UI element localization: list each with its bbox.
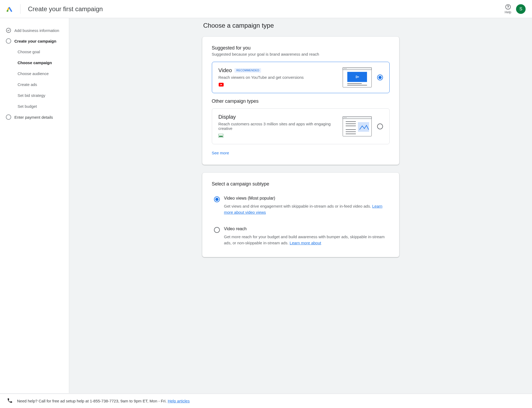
radio-unselected[interactable] xyxy=(377,123,383,129)
subtype-video-reach[interactable]: Video reach Get more reach for your budg… xyxy=(212,224,390,249)
sidebar: Add business information Create your cam… xyxy=(0,18,69,393)
radio-selected[interactable] xyxy=(214,196,220,202)
video-thumbnail-icon xyxy=(343,67,372,88)
subtype-video-views[interactable]: Video views (Most popular) Get views and… xyxy=(212,193,390,218)
circle-icon xyxy=(6,38,11,44)
substep-choose-audience[interactable]: Choose audience xyxy=(18,68,65,79)
svg-point-18 xyxy=(345,117,345,118)
substep-choose-campaign[interactable]: Choose campaign xyxy=(18,57,65,68)
step-label: Create your campaign xyxy=(14,39,56,43)
sidebar-step-create-campaign[interactable]: Create your campaign xyxy=(6,36,65,46)
google-ads-logo xyxy=(6,4,20,14)
svg-point-17 xyxy=(344,117,344,118)
substep-create-ads[interactable]: Create ads xyxy=(18,79,65,90)
subtype-desc: Get views and drive engagement with skip… xyxy=(224,203,387,215)
help-label: Help xyxy=(505,10,511,14)
subtype-title: Video reach xyxy=(224,226,387,231)
campaign-name: Video xyxy=(218,67,232,73)
svg-rect-10 xyxy=(347,72,367,82)
radio-unselected[interactable] xyxy=(214,227,220,233)
radio-selected[interactable] xyxy=(377,75,383,80)
avatar[interactable]: S xyxy=(516,4,526,14)
circle-icon xyxy=(6,114,11,120)
campaign-subtype-card: Select a campaign subtype Video views (M… xyxy=(202,173,399,257)
sidebar-step-business-info[interactable]: Add business information xyxy=(6,25,65,36)
svg-point-8 xyxy=(345,68,345,69)
campaign-name: Display xyxy=(218,114,236,120)
main-content: Choose a campaign type Suggested for you… xyxy=(69,18,532,393)
subtype-heading: Select a campaign subtype xyxy=(212,181,390,187)
display-network-icon xyxy=(218,134,223,139)
campaign-option-display[interactable]: Display Reach customers across 3 million… xyxy=(212,108,390,144)
svg-rect-16 xyxy=(343,117,372,119)
help-icon xyxy=(505,4,511,10)
sidebar-step-payment[interactable]: Enter payment details xyxy=(6,112,65,122)
svg-point-0 xyxy=(7,10,9,12)
step-label: Add business information xyxy=(14,28,59,33)
suggested-subtitle: Suggested because your goal is brand awa… xyxy=(212,52,390,56)
learn-more-link[interactable]: Learn more about xyxy=(290,241,321,245)
step-label: Enter payment details xyxy=(14,115,53,119)
campaign-option-video[interactable]: Video RECOMMENDED Reach viewers on YouTu… xyxy=(212,62,390,93)
svg-point-2 xyxy=(508,8,508,8)
substep-budget[interactable]: Set budget xyxy=(18,101,65,112)
campaign-desc: Reach customers across 3 million sites a… xyxy=(218,122,337,131)
suggested-title: Suggested for you xyxy=(212,45,390,51)
display-thumbnail-icon xyxy=(343,116,372,137)
subtype-desc: Get more reach for your budget and build… xyxy=(224,234,387,246)
other-types-title: Other campaign types xyxy=(212,98,390,104)
substep-choose-goal[interactable]: Choose goal xyxy=(18,46,65,57)
check-icon xyxy=(6,28,11,33)
campaign-desc: Reach viewers on YouTube and get convers… xyxy=(218,75,337,80)
help-button[interactable]: Help xyxy=(505,4,511,14)
app-header: Create your first campaign Help S xyxy=(0,0,532,18)
avatar-initial: S xyxy=(519,7,522,11)
svg-point-19 xyxy=(346,117,347,118)
recommended-badge: RECOMMENDED xyxy=(234,68,261,73)
page-title: Create your first campaign xyxy=(28,5,103,13)
subtype-title: Video views (Most popular) xyxy=(224,196,387,201)
svg-rect-14 xyxy=(219,136,223,137)
see-more-link[interactable]: See more xyxy=(212,150,390,156)
campaign-type-card: Suggested for you Suggested because your… xyxy=(202,37,399,165)
substep-bid-strategy[interactable]: Set bid strategy xyxy=(18,90,65,101)
svg-point-7 xyxy=(344,68,344,69)
section-heading: Choose a campaign type xyxy=(203,22,399,29)
svg-point-3 xyxy=(6,28,11,33)
youtube-icon xyxy=(218,83,224,88)
svg-rect-6 xyxy=(343,68,372,70)
svg-point-9 xyxy=(346,68,347,69)
